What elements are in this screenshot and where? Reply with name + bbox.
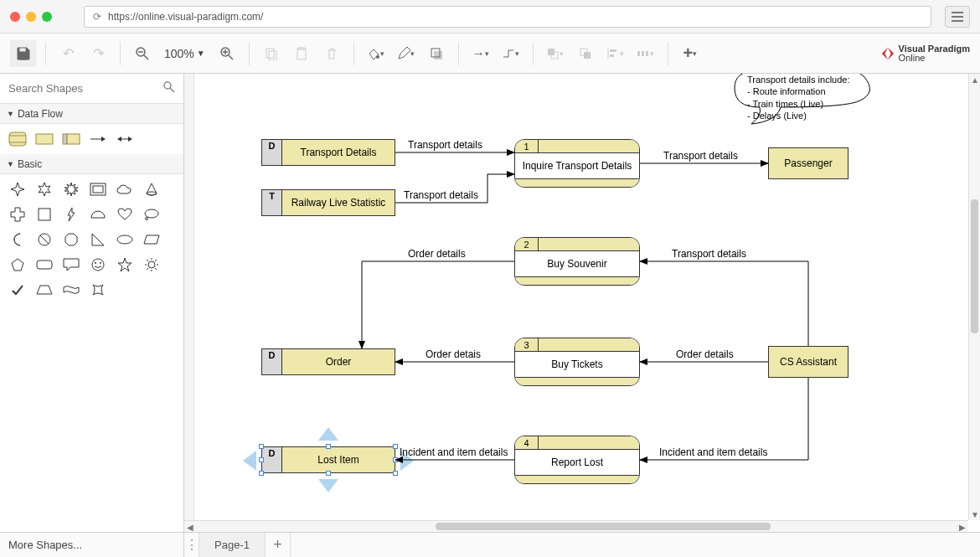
menu-button[interactable] xyxy=(945,6,970,28)
close-window-button[interactable] xyxy=(10,12,20,22)
shape-frame[interactable] xyxy=(89,181,107,198)
paste-button[interactable] xyxy=(288,40,315,67)
proc-tickets[interactable]: 3 Buy Tickets xyxy=(514,338,640,386)
to-back-button[interactable] xyxy=(572,40,599,67)
proc-report[interactable]: 4 Report Lost xyxy=(514,436,640,484)
more-shapes-button[interactable]: More Shapes... xyxy=(0,533,184,557)
shape-sun[interactable] xyxy=(142,256,161,273)
shape-parallelogram[interactable] xyxy=(142,231,161,248)
shape-nocircle[interactable] xyxy=(35,231,54,248)
shape-smiley[interactable] xyxy=(89,256,107,273)
shape-check[interactable] xyxy=(8,281,27,298)
vertical-scrollbar[interactable]: ▲ ▼ xyxy=(968,74,980,520)
scroll-down-button[interactable]: ▼ xyxy=(969,508,980,520)
shape-external[interactable] xyxy=(35,131,54,147)
shape-heart[interactable] xyxy=(116,206,134,223)
copy-button[interactable] xyxy=(258,40,285,67)
add-page-button[interactable]: + xyxy=(266,533,291,557)
minimize-window-button[interactable] xyxy=(26,12,36,22)
shape-cone[interactable] xyxy=(142,181,161,198)
titlebar: ⟳ https://online.visual-paradigm.com/ xyxy=(0,0,980,34)
paste-icon xyxy=(295,47,308,60)
scroll-up-button[interactable]: ▲ xyxy=(969,74,980,85)
shape-burst[interactable] xyxy=(62,181,80,198)
shape-datastore[interactable] xyxy=(62,131,80,147)
svg-line-28 xyxy=(170,88,174,92)
sel-arrow-left[interactable] xyxy=(241,451,258,471)
shape-lightning[interactable] xyxy=(62,206,80,223)
flow-label: Transport details xyxy=(408,139,482,151)
shape-wave[interactable] xyxy=(62,281,80,298)
connector-waypoint-button[interactable]: ▾ xyxy=(498,40,524,67)
fill-color-button[interactable]: ▾ xyxy=(363,40,389,67)
shape-octagon[interactable] xyxy=(62,231,80,248)
shape-square[interactable] xyxy=(35,206,54,223)
proc-inquire[interactable]: 1 Inquire Transport Details xyxy=(514,139,640,188)
ext-passenger[interactable]: Passenger xyxy=(768,147,848,179)
arrow-right-icon: → xyxy=(472,46,485,61)
undo-button[interactable]: ↶ xyxy=(54,40,81,67)
shape-plus[interactable] xyxy=(8,206,27,223)
sel-arrow-down[interactable] xyxy=(318,477,338,494)
vp-logo-icon xyxy=(880,46,895,61)
scroll-right-button[interactable]: ▶ xyxy=(957,521,968,533)
shape-pentagon[interactable] xyxy=(8,256,27,273)
redo-button[interactable]: ↷ xyxy=(85,40,111,67)
url-bar[interactable]: ⟳ https://online.visual-paradigm.com/ xyxy=(84,6,931,28)
add-button[interactable]: +▾ xyxy=(677,40,704,67)
to-front-button[interactable]: ▾ xyxy=(542,40,569,67)
section-basic[interactable]: ▼Basic xyxy=(0,154,183,174)
shape-rtriangle[interactable] xyxy=(89,231,107,248)
shape-trapezoid[interactable] xyxy=(35,281,54,298)
zoom-level-dropdown[interactable]: 100%▼ xyxy=(159,47,210,60)
diagram-paper[interactable]: Transport details include: - Route infor… xyxy=(194,74,968,520)
svg-rect-12 xyxy=(297,49,306,59)
proc-souvenir[interactable]: 2 Buy Souvenir xyxy=(514,237,640,286)
shape-biarrow[interactable] xyxy=(116,131,134,147)
shape-roundrect[interactable] xyxy=(35,256,54,273)
ds-order[interactable]: D Order xyxy=(261,348,395,375)
url-text: https://online.visual-paradigm.com/ xyxy=(108,11,263,23)
search-icon[interactable] xyxy=(163,81,175,96)
shape-cloud[interactable] xyxy=(116,181,134,198)
search-shapes[interactable] xyxy=(0,74,183,104)
fullscreen-window-button[interactable] xyxy=(42,12,52,22)
shape-thought[interactable] xyxy=(142,206,161,223)
shape-speech[interactable] xyxy=(62,256,80,273)
ext-cs[interactable]: CS Assistant xyxy=(768,346,848,378)
reload-icon[interactable]: ⟳ xyxy=(93,11,101,23)
shadow-button[interactable] xyxy=(423,40,450,67)
delete-button[interactable] xyxy=(318,40,345,67)
shape-star4[interactable] xyxy=(8,181,27,198)
ds-railway-live[interactable]: T Railway Live Statistic xyxy=(261,189,395,216)
horizontal-scrollbar[interactable]: ◀ ▶ xyxy=(184,520,968,532)
shape-ellipse[interactable] xyxy=(116,231,134,248)
scroll-thumb[interactable] xyxy=(436,523,771,530)
save-button[interactable] xyxy=(10,40,37,67)
svg-point-45 xyxy=(146,218,148,220)
tab-mover[interactable]: ⋮ xyxy=(184,533,199,557)
tab-page-1[interactable]: Page-1 xyxy=(199,533,266,557)
line-color-button[interactable]: ▾ xyxy=(393,40,420,67)
distribute-button[interactable]: ▾ xyxy=(632,40,659,67)
connector-start-button[interactable]: →▾ xyxy=(467,40,494,67)
search-input[interactable] xyxy=(8,82,175,95)
scroll-left-button[interactable]: ◀ xyxy=(184,521,196,533)
shape-star6[interactable] xyxy=(35,181,54,198)
shape-star5[interactable] xyxy=(116,256,134,273)
section-dataflow[interactable]: ▼Data Flow xyxy=(0,104,183,124)
shape-semicircle[interactable] xyxy=(89,206,107,223)
ds-transport-details[interactable]: D Transport Details xyxy=(261,139,395,166)
sel-arrow-up[interactable] xyxy=(318,425,338,442)
align-button[interactable]: ▾ xyxy=(602,40,629,67)
ds-lost-item[interactable]: D Lost Item xyxy=(261,446,395,473)
scroll-thumb[interactable] xyxy=(971,199,978,333)
vp-logo[interactable]: Visual ParadigmOnline xyxy=(880,44,970,63)
canvas[interactable]: Transport details include: - Route infor… xyxy=(184,74,980,532)
shape-moon[interactable] xyxy=(8,231,27,248)
zoom-in-button[interactable] xyxy=(214,40,240,67)
zoom-out-button[interactable] xyxy=(129,40,156,67)
shape-x[interactable] xyxy=(89,281,107,298)
shape-process[interactable] xyxy=(8,131,27,147)
shape-arrow[interactable] xyxy=(89,131,107,147)
